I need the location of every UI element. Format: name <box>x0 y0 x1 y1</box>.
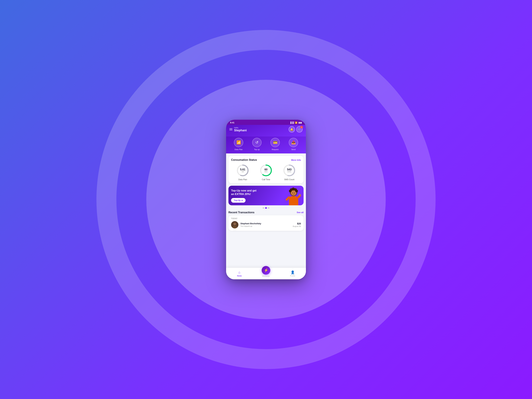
send-icon-circle: 📤 <box>289 138 298 147</box>
topup-icon-circle: ↺ <box>252 138 261 147</box>
header-top: Hello, Stephani 🔔 🛒 1 <box>229 126 303 133</box>
more-info-link[interactable]: More Info <box>291 159 301 161</box>
banner-section: Top-Up now and getan EXTRA 20%! Top-Up ➡ <box>228 186 304 209</box>
background-container: 9:41 ▐▐▐ 📶 ▮▮▮ <box>116 50 416 349</box>
data-plan-consumption-label: Data Plan <box>238 178 247 181</box>
transaction-name: Stephani Bochofsky <box>241 222 291 225</box>
profile-icon: 👤 <box>291 270 295 274</box>
consumption-data-plan: 5.61 GB Data Plan <box>236 164 249 181</box>
quick-actions-bar: 📶 Data Plan ↺ Top up 💳 Re <box>226 137 306 153</box>
request-icon-circle: 💳 <box>271 138 280 147</box>
table-row: Stephani Bochofsky You topped-up $20 Aug… <box>231 221 301 228</box>
home-label: Home <box>237 275 242 277</box>
data-plan-circle: 5.61 GB <box>236 164 249 177</box>
cart-button[interactable]: 🛒 1 <box>296 126 303 133</box>
consumption-sms: 543 SMSs SMS Count <box>283 164 296 181</box>
send-icon: 📤 <box>291 140 296 145</box>
greeting-block: Hello, Stephani <box>234 127 247 132</box>
avatar <box>231 221 238 228</box>
banner-text: Top-Up now and getan EXTRA 20%! Top-Up ➡ <box>231 189 301 203</box>
sms-circle: 543 SMSs <box>283 164 296 177</box>
topup-btn-arrow: ➡ <box>241 199 243 202</box>
consumption-row: 5.61 GB Data Plan <box>231 164 301 181</box>
quick-action-send[interactable]: 📤 Send <box>289 138 298 151</box>
phone-wrapper: 9:41 ▐▐▐ 📶 ▮▮▮ <box>226 120 306 279</box>
recharge-label: Recharge <box>262 275 270 277</box>
amount-value: $20 <box>293 222 301 225</box>
send-label: Send <box>291 148 296 151</box>
quick-action-topup[interactable]: ↺ Top up <box>252 138 261 151</box>
sms-value: 543 <box>287 168 291 171</box>
see-all-link[interactable]: See all <box>297 211 304 214</box>
topup-btn-label: Top-Up <box>234 199 241 202</box>
header: Hello, Stephani 🔔 🛒 1 <box>226 125 306 137</box>
quick-action-request[interactable]: 💳 Request <box>271 138 280 151</box>
dot-2[interactable] <box>265 207 267 209</box>
home-icon: ⌂ <box>238 271 241 274</box>
data-plan-icon: 📶 <box>236 140 241 145</box>
promo-banner: Top-Up now and getan EXTRA 20%! Top-Up ➡ <box>228 186 304 205</box>
today-label: TODAY <box>231 218 301 219</box>
consumption-card-header: Consumation Status More Info <box>231 158 301 161</box>
request-icon: 💳 <box>273 140 278 145</box>
transactions-title: Recent Transactions <box>228 211 254 214</box>
sms-consumption-label: SMS Count <box>284 178 294 181</box>
consumption-call-time: 60 Mins Call Time <box>259 164 273 181</box>
dot-3[interactable] <box>268 207 269 209</box>
topup-banner-button[interactable]: Top-Up ➡ <box>231 198 246 203</box>
wifi-icon: 📶 <box>295 121 298 124</box>
recharge-button[interactable]: ⚡ <box>262 266 270 275</box>
header-left: Hello, Stephani <box>229 127 247 132</box>
header-actions: 🔔 🛒 1 <box>289 126 303 133</box>
request-label: Request <box>272 148 279 151</box>
transactions-header: Recent Transactions See all <box>228 211 304 214</box>
bell-icon: 🔔 <box>290 128 293 131</box>
amount-date: August 30 <box>293 225 301 227</box>
sms-unit: SMSs <box>287 171 291 173</box>
quick-action-data-plan[interactable]: 📶 Data Plan <box>234 138 243 151</box>
data-plan-label: Data Plan <box>234 148 243 151</box>
call-time-consumption-label: Call Time <box>262 178 270 181</box>
consumption-card: Consumation Status More Info <box>228 156 304 183</box>
topup-icon: ↺ <box>255 140 258 145</box>
status-bar: 9:41 ▐▐▐ 📶 ▮▮▮ <box>226 120 306 125</box>
nav-profile[interactable]: 👤 Profile <box>279 270 306 277</box>
battery-icon: ▮▮▮ <box>298 121 302 124</box>
topup-label: Top up <box>254 148 260 151</box>
phone-frame: 9:41 ▐▐▐ 📶 ▮▮▮ <box>226 120 306 279</box>
cart-badge: 1 <box>300 126 303 128</box>
dot-1[interactable] <box>263 207 264 209</box>
transactions-card: TODAY Stephani <box>228 215 304 231</box>
transaction-amount: $20 August 30 <box>293 222 301 227</box>
signal-icon: ▐▐▐ <box>290 121 294 124</box>
main-content: Consumation Status More Info <box>226 153 306 279</box>
cart-icon: 🛒 <box>298 128 301 131</box>
call-time-value: 60 <box>264 168 267 171</box>
transactions-section: Recent Transactions See all TODAY <box>228 211 304 231</box>
call-time-circle: 60 Mins <box>259 164 273 177</box>
nav-home[interactable]: ⌂ Home <box>226 271 253 277</box>
time-display: 9:41 <box>230 121 234 124</box>
data-plan-icon-circle: 📶 <box>234 138 243 147</box>
profile-label: Profile <box>290 275 295 277</box>
username-text: Stephani <box>234 129 247 132</box>
recharge-icon: ⚡ <box>264 268 268 272</box>
status-icons: ▐▐▐ 📶 ▮▮▮ <box>290 121 302 124</box>
banner-title: Top-Up now and getan EXTRA 20%! <box>231 189 301 196</box>
carousel-dots <box>228 207 304 209</box>
nav-recharge[interactable]: ⚡ Recharge <box>253 270 279 277</box>
greeting-text: Hello, <box>234 127 247 129</box>
transaction-sub: You topped-up <box>241 225 291 227</box>
consumption-title: Consumation Status <box>231 158 257 161</box>
data-plan-value: 5.61 <box>240 168 245 171</box>
call-time-unit: Mins <box>264 171 267 173</box>
transaction-info: Stephani Bochofsky You topped-up <box>241 222 291 227</box>
data-plan-unit: GB <box>240 171 245 173</box>
notification-button[interactable]: 🔔 <box>289 126 295 133</box>
svg-point-17 <box>234 223 236 225</box>
bottom-nav: ⌂ Home ⚡ Recharge 👤 Profile <box>226 268 306 279</box>
menu-button[interactable] <box>229 128 232 130</box>
